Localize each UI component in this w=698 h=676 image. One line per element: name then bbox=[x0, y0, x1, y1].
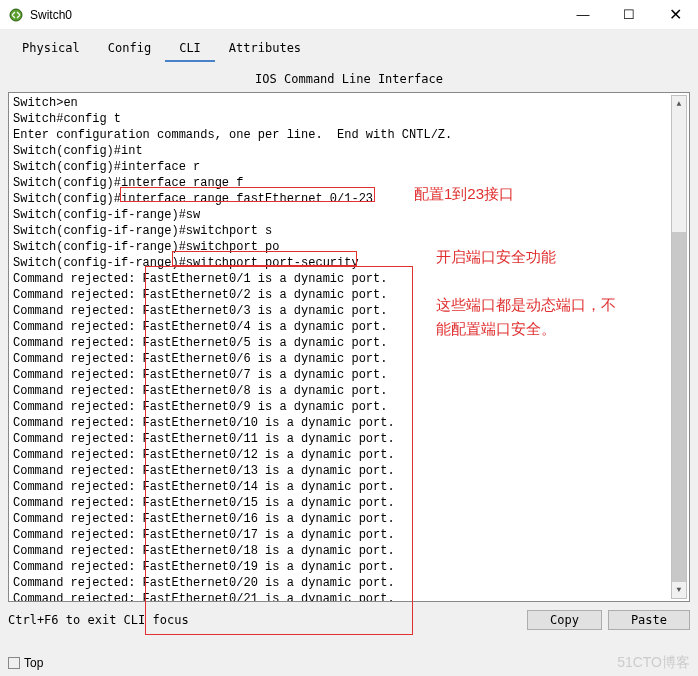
terminal-line: Command rejected: FastEthernet0/16 is a … bbox=[13, 511, 685, 527]
terminal-line: Switch>en bbox=[13, 95, 685, 111]
terminal-line: Command rejected: FastEthernet0/18 is a … bbox=[13, 543, 685, 559]
terminal-line: Command rejected: FastEthernet0/9 is a d… bbox=[13, 399, 685, 415]
terminal-line: Command rejected: FastEthernet0/5 is a d… bbox=[13, 335, 685, 351]
top-checkbox[interactable] bbox=[8, 657, 20, 669]
tab-cli[interactable]: CLI bbox=[165, 38, 215, 62]
paste-button[interactable]: Paste bbox=[608, 610, 690, 630]
terminal-line: Switch(config)#interface range f bbox=[13, 175, 685, 191]
terminal-line: Switch#config t bbox=[13, 111, 685, 127]
annotation-text-1: 配置1到23接口 bbox=[414, 185, 514, 204]
cli-footer: Ctrl+F6 to exit CLI focus Copy Paste bbox=[8, 610, 690, 630]
maximize-button[interactable]: ☐ bbox=[606, 0, 652, 30]
window-title: Switch0 bbox=[30, 8, 560, 22]
terminal-line: Command rejected: FastEthernet0/7 is a d… bbox=[13, 367, 685, 383]
watermark: 51CTO博客 bbox=[617, 654, 690, 672]
close-button[interactable]: ✕ bbox=[652, 0, 698, 30]
terminal-line: Command rejected: FastEthernet0/4 is a d… bbox=[13, 319, 685, 335]
terminal-line: Command rejected: FastEthernet0/6 is a d… bbox=[13, 351, 685, 367]
terminal-line: Switch(config-if-range)#sw bbox=[13, 207, 685, 223]
scroll-thumb[interactable] bbox=[672, 232, 686, 582]
terminal-line: Switch(config-if-range)#switchport s bbox=[13, 223, 685, 239]
terminal-line: Command rejected: FastEthernet0/11 is a … bbox=[13, 431, 685, 447]
tab-attributes[interactable]: Attributes bbox=[215, 38, 315, 62]
top-checkbox-label: Top bbox=[24, 656, 43, 670]
terminal-line: Switch(config)#int bbox=[13, 143, 685, 159]
cli-title: IOS Command Line Interface bbox=[8, 72, 690, 86]
app-body: Physical Config CLI Attributes IOS Comma… bbox=[0, 30, 698, 676]
annotation-text-3a: 这些端口都是动态端口，不 bbox=[436, 296, 616, 315]
terminal-line: Command rejected: FastEthernet0/1 is a d… bbox=[13, 271, 685, 287]
copy-button[interactable]: Copy bbox=[527, 610, 602, 630]
terminal-scrollbar[interactable]: ▲ ▼ bbox=[671, 95, 687, 599]
svg-point-0 bbox=[10, 9, 22, 21]
scroll-up-icon[interactable]: ▲ bbox=[672, 96, 686, 112]
terminal-line: Switch(config-if-range)#switchport port-… bbox=[13, 255, 685, 271]
terminal-line: Command rejected: FastEthernet0/20 is a … bbox=[13, 575, 685, 591]
cli-terminal[interactable]: Switch>enSwitch#config tEnter configurat… bbox=[8, 92, 690, 602]
terminal-line: Command rejected: FastEthernet0/10 is a … bbox=[13, 415, 685, 431]
top-checkbox-row: Top bbox=[8, 656, 43, 670]
window-titlebar: Switch0 — ☐ ✕ bbox=[0, 0, 698, 30]
terminal-line: Switch(config)#interface range fastEther… bbox=[13, 191, 685, 207]
scroll-track[interactable] bbox=[672, 112, 686, 582]
terminal-line: Enter configuration commands, one per li… bbox=[13, 127, 685, 143]
terminal-line: Command rejected: FastEthernet0/12 is a … bbox=[13, 447, 685, 463]
tab-config[interactable]: Config bbox=[94, 38, 165, 62]
minimize-button[interactable]: — bbox=[560, 0, 606, 30]
terminal-line: Command rejected: FastEthernet0/21 is a … bbox=[13, 591, 685, 602]
terminal-line: Command rejected: FastEthernet0/14 is a … bbox=[13, 479, 685, 495]
terminal-line: Command rejected: FastEthernet0/8 is a d… bbox=[13, 383, 685, 399]
terminal-line: Command rejected: FastEthernet0/15 is a … bbox=[13, 495, 685, 511]
annotation-text-2: 开启端口安全功能 bbox=[436, 248, 556, 267]
terminal-line: Command rejected: FastEthernet0/19 is a … bbox=[13, 559, 685, 575]
terminal-line: Command rejected: FastEthernet0/13 is a … bbox=[13, 463, 685, 479]
tab-physical[interactable]: Physical bbox=[8, 38, 94, 62]
terminal-line: Command rejected: FastEthernet0/17 is a … bbox=[13, 527, 685, 543]
annotation-text-3b: 能配置端口安全。 bbox=[436, 320, 556, 339]
app-icon bbox=[8, 7, 24, 23]
tab-bar: Physical Config CLI Attributes bbox=[8, 38, 690, 62]
terminal-line: Switch(config)#interface r bbox=[13, 159, 685, 175]
terminal-line: Switch(config-if-range)#switchport po bbox=[13, 239, 685, 255]
focus-hint: Ctrl+F6 to exit CLI focus bbox=[8, 613, 521, 627]
scroll-down-icon[interactable]: ▼ bbox=[672, 582, 686, 598]
